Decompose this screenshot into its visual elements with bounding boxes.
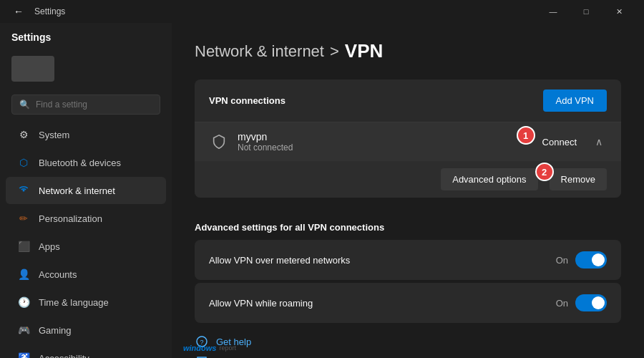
main-content: Network & internet > VPN VPN connections… <box>172 23 644 358</box>
vpn-connections-header: VPN connections Add VPN <box>195 79 621 122</box>
vpn-name: myvpn <box>238 131 293 142</box>
gaming-icon: 🎮 <box>17 324 30 337</box>
sidebar-title: Settings <box>11 32 51 43</box>
sidebar-item-accounts[interactable]: 👤 Accounts <box>6 261 166 288</box>
sidebar-item-personalization[interactable]: ✏ Personalization <box>6 205 166 232</box>
app-body: Settings 🔍 ⚙ System ⬡ Bluetooth & device… <box>0 23 644 358</box>
vpn-status: Not connected <box>238 142 293 153</box>
toggle-thumb <box>592 253 605 266</box>
sidebar: Settings 🔍 ⚙ System ⬡ Bluetooth & device… <box>0 23 172 358</box>
toggle-right-roaming: On <box>556 294 607 311</box>
sidebar-item-label: Network & internet <box>39 185 115 196</box>
chevron-up-button[interactable]: ∧ <box>591 133 607 150</box>
get-help-link[interactable]: ? Get help <box>195 334 621 349</box>
back-button[interactable]: ← <box>9 1 29 21</box>
vpn-info: myvpn Not connected <box>238 131 293 153</box>
sidebar-item-label: Accounts <box>39 269 77 280</box>
sidebar-item-label: Apps <box>39 241 60 252</box>
accessibility-icon: ♿ <box>17 352 30 358</box>
svg-point-0 <box>23 190 25 192</box>
nav-list: ⚙ System ⬡ Bluetooth & devices Network &… <box>0 120 172 358</box>
vpn-item-left: myvpn Not connected <box>209 131 293 153</box>
watermark: windows report <box>183 344 236 352</box>
app-title: Settings <box>34 6 65 16</box>
minimize-button[interactable]: — <box>537 0 570 23</box>
allow-roaming-label: Allow VPN while roaming <box>209 298 313 309</box>
maximize-button[interactable]: □ <box>570 0 602 23</box>
accounts-icon: 👤 <box>17 268 30 281</box>
sidebar-item-label: Accessibility <box>39 353 89 359</box>
advanced-options-button[interactable]: Advanced options <box>441 168 537 190</box>
sidebar-item-label: Personalization <box>39 213 102 224</box>
shield-icon <box>209 132 229 152</box>
sidebar-item-label: Time & language <box>39 297 109 308</box>
advanced-settings-title: Advanced settings for all VPN connection… <box>195 209 621 240</box>
remove-button[interactable]: Remove <box>550 168 607 190</box>
titlebar: ← Settings — □ ✕ <box>0 0 644 23</box>
toggle-right: On <box>556 251 607 268</box>
avatar-area <box>0 49 172 89</box>
sidebar-item-apps[interactable]: ⬛ Apps <box>6 233 166 260</box>
allow-roaming-card: Allow VPN while roaming On <box>195 283 621 323</box>
sidebar-item-bluetooth[interactable]: ⬡ Bluetooth & devices <box>6 149 166 176</box>
annotation-1: 1 <box>517 126 535 145</box>
personalization-icon: ✏ <box>17 212 30 225</box>
bluetooth-icon: ⬡ <box>17 156 30 169</box>
sidebar-item-gaming[interactable]: 🎮 Gaming <box>6 316 166 344</box>
sidebar-item-time[interactable]: 🕐 Time & language <box>6 289 166 316</box>
allow-roaming-row: Allow VPN while roaming On <box>195 283 621 323</box>
apps-icon: ⬛ <box>17 240 30 253</box>
connect-button[interactable]: Connect <box>535 132 584 152</box>
sidebar-item-label: Gaming <box>39 325 72 336</box>
sidebar-item-accessibility[interactable]: ♿ Accessibility <box>6 344 166 358</box>
sidebar-item-system[interactable]: ⚙ System <box>6 121 166 148</box>
allow-metered-toggle[interactable] <box>575 251 607 268</box>
allow-roaming-status: On <box>556 298 568 309</box>
sidebar-item-label: Bluetooth & devices <box>39 158 121 168</box>
brand-sub: report <box>219 344 236 352</box>
sidebar-header: Settings <box>0 23 172 49</box>
search-input[interactable] <box>36 100 152 110</box>
toggle-thumb-roaming <box>592 296 605 309</box>
sidebar-item-label: System <box>39 130 69 140</box>
vpn-connections-title: VPN connections <box>209 95 286 106</box>
add-vpn-button[interactable]: Add VPN <box>543 90 607 112</box>
breadcrumb-current: VPN <box>345 40 383 62</box>
bottom-links: ? Get help Give feedback <box>195 334 621 358</box>
give-feedback-link[interactable]: Give feedback <box>195 354 621 358</box>
titlebar-left: ← Settings <box>9 1 537 21</box>
allow-metered-card: Allow VPN over metered networks On <box>195 240 621 280</box>
vpn-item-right: 1 Connect ∧ <box>528 132 607 152</box>
breadcrumb-parent: Network & internet <box>195 42 324 61</box>
breadcrumb: Network & internet > VPN <box>195 40 621 62</box>
vpn-item-row: myvpn Not connected 1 Connect ∧ <box>195 122 621 161</box>
search-box[interactable]: 🔍 <box>11 95 160 115</box>
search-icon: 🔍 <box>19 100 30 110</box>
feedback-icon <box>195 354 209 358</box>
vpn-connections-card: VPN connections Add VPN myvpn Not connec… <box>195 79 621 198</box>
allow-metered-label: Allow VPN over metered networks <box>209 255 350 266</box>
brand-name: windows <box>183 344 216 352</box>
window-controls: — □ ✕ <box>537 0 635 23</box>
allow-metered-row: Allow VPN over metered networks On <box>195 240 621 280</box>
network-icon <box>17 184 30 197</box>
allow-roaming-toggle[interactable] <box>575 294 607 311</box>
vpn-actions-row: Advanced options 2 Remove <box>195 161 621 198</box>
sidebar-item-network[interactable]: Network & internet <box>6 177 166 204</box>
close-button[interactable]: ✕ <box>602 0 635 23</box>
system-icon: ⚙ <box>17 128 30 141</box>
allow-metered-status: On <box>556 255 568 266</box>
breadcrumb-separator: > <box>330 42 339 61</box>
avatar <box>11 56 54 82</box>
time-icon: 🕐 <box>17 296 30 309</box>
